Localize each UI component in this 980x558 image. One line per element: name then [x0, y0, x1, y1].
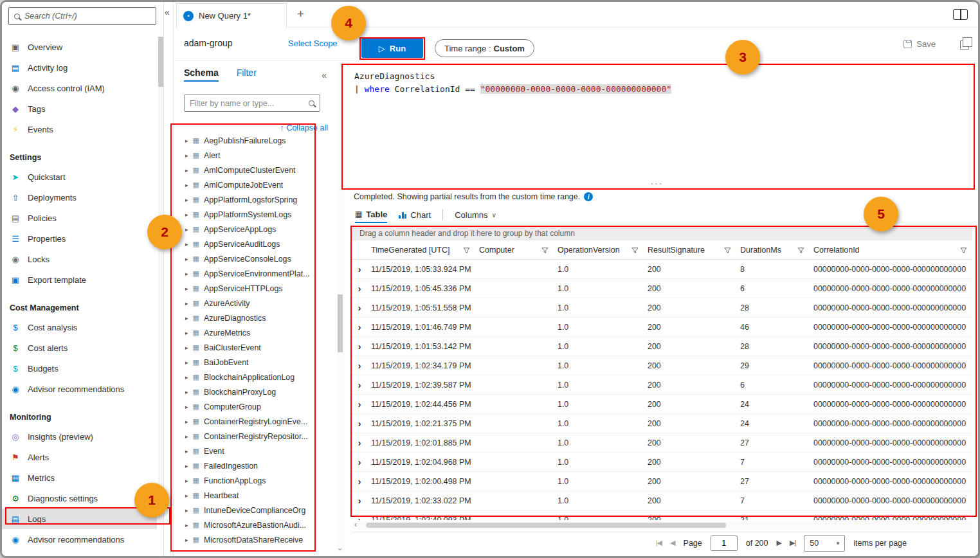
sidebar-item-advisor-recommendations[interactable]: ◉Advisor recommendations — [2, 529, 157, 550]
query-code[interactable]: AzureDiagnostics | where CorrelationId =… — [344, 65, 970, 96]
search-input[interactable] — [24, 12, 150, 21]
filter-funnel-icon[interactable] — [463, 247, 470, 254]
sidebar-item-policies[interactable]: ▤Policies — [2, 208, 157, 228]
table-row[interactable]: ›11/15/2019, 1:01:46.749 PM1.02004600000… — [352, 318, 972, 337]
sidebar-item-alerts[interactable]: ⚑Alerts — [2, 447, 157, 467]
column-header-timegenerated-utc[interactable]: TimeGenerated [UTC] — [367, 240, 475, 260]
column-header-durationms[interactable]: DurationMs — [736, 240, 810, 260]
sidebar-item-cost-alerts[interactable]: $Cost alerts — [2, 338, 157, 358]
page-size-select[interactable]: 50 ▾ — [804, 535, 845, 552]
schema-filter-box[interactable] — [184, 94, 320, 112]
expand-caret-icon[interactable]: ▸ — [185, 359, 188, 366]
row-expand-icon[interactable]: › — [352, 496, 367, 506]
schema-table-microsoftdatasharereceive[interactable]: ▸▦MicrosoftDataShareReceive — [174, 532, 336, 547]
sidebar-item-access-control-iam[interactable]: ◉Access control (IAM) — [2, 78, 157, 98]
sidebar-item-insights-preview[interactable]: ◎Insights (preview) — [2, 426, 157, 447]
expand-caret-icon[interactable]: ▸ — [185, 212, 188, 218]
sidebar-item-overview[interactable]: ▣Overview — [2, 37, 157, 57]
expand-caret-icon[interactable]: ▸ — [185, 374, 188, 381]
column-header-resultsignature[interactable]: ResultSignature — [644, 240, 736, 260]
row-expand-icon[interactable]: › — [352, 303, 367, 313]
last-page-button[interactable]: ▶| — [790, 539, 795, 547]
schema-table-microsoftazurebastionaudi[interactable]: ▸▦MicrosoftAzureBastionAudi... — [174, 518, 336, 532]
table-row[interactable]: ›11/15/2019, 1:05:33.924 PM1.02008000000… — [352, 260, 972, 279]
tab-schema[interactable]: Schema — [184, 68, 219, 82]
expand-caret-icon[interactable]: ▸ — [185, 315, 188, 321]
sidebar-item-events[interactable]: ⚡Events — [2, 119, 157, 140]
editor-resize-handle[interactable]: ··· — [651, 178, 664, 188]
tab-filter[interactable]: Filter — [237, 68, 257, 82]
sidebar-item-metrics[interactable]: ▦Metrics — [2, 467, 157, 488]
expand-caret-icon[interactable]: ▸ — [185, 537, 188, 543]
reading-pane-icon[interactable] — [953, 9, 968, 20]
expand-caret-icon[interactable]: ▸ — [185, 507, 188, 514]
time-range-picker[interactable]: Time range : Custom — [435, 39, 534, 57]
schema-table-heartbeat[interactable]: ▸▦Heartbeat — [174, 488, 336, 503]
schema-table-containerregistrylogineve[interactable]: ▸▦ContainerRegistryLoginEve... — [174, 414, 336, 429]
sidebar-item-logs[interactable]: ▤Logs — [2, 509, 157, 529]
schema-table-appserviceconsolelogs[interactable]: ▸▦AppServiceConsoleLogs — [174, 251, 336, 266]
expand-caret-icon[interactable]: ▸ — [185, 345, 188, 351]
expand-caret-icon[interactable]: ▸ — [185, 448, 188, 455]
row-expand-icon[interactable]: › — [352, 419, 367, 429]
sidebar-item-cost-analysis[interactable]: $Cost analysis — [2, 317, 157, 338]
row-expand-icon[interactable]: › — [352, 341, 367, 352]
row-expand-icon[interactable]: › — [352, 438, 367, 448]
schema-table-alert[interactable]: ▸▦Alert — [174, 148, 336, 163]
column-header-correlationid[interactable]: CorrelationId — [810, 240, 972, 260]
row-expand-icon[interactable]: › — [352, 284, 367, 294]
sidebar-item-tags[interactable]: ◆Tags — [2, 98, 157, 119]
schema-table-computergroup[interactable]: ▸▦ComputerGroup — [174, 399, 336, 414]
expand-caret-icon[interactable]: ▸ — [185, 478, 188, 484]
sidebar-item-export-template[interactable]: ▣Export template — [2, 269, 157, 290]
schema-table-containerregistryrepositor[interactable]: ▸▦ContainerRegistryRepositor... — [174, 429, 336, 444]
expand-caret-icon[interactable]: ▸ — [185, 241, 188, 248]
columns-menu-button[interactable]: Columns ∨ — [455, 206, 496, 223]
select-scope-link[interactable]: Select Scope — [288, 39, 338, 48]
schema-table-azureactivity[interactable]: ▸▦AzureActivity — [174, 296, 336, 310]
schema-table-baijobevent[interactable]: ▸▦BaiJobEvent — [174, 355, 336, 370]
horizontal-scrollbar[interactable]: ‹ — [352, 521, 972, 529]
sidebar-item-activity-log[interactable]: ▤Activity log — [2, 57, 157, 78]
row-expand-icon[interactable]: › — [352, 476, 367, 487]
page-number-input[interactable] — [711, 536, 738, 551]
first-page-button[interactable]: |◀ — [656, 539, 662, 547]
sidebar-item-locks[interactable]: ◉Locks — [2, 249, 157, 269]
expand-caret-icon[interactable]: ▸ — [185, 463, 188, 469]
schema-table-appplatformlogsforspring[interactable]: ▸▦AppPlatformLogsforSpring — [174, 192, 336, 207]
table-row[interactable]: ›11/15/2019, 1:01:53.142 PM1.02002800000… — [352, 337, 972, 356]
row-expand-icon[interactable]: › — [352, 264, 367, 274]
filter-funnel-icon[interactable] — [631, 247, 639, 254]
table-row[interactable]: ›11/15/2019, 1:02:04.968 PM1.02007000000… — [352, 453, 972, 472]
sidebar-item-quickstart[interactable]: ➤Quickstart — [2, 166, 157, 187]
table-row[interactable]: ›11/15/2019, 1:05:45.336 PM1.02006000000… — [352, 279, 972, 298]
expand-caret-icon[interactable]: ▸ — [185, 271, 188, 277]
sidebar-scrollbar[interactable] — [158, 37, 163, 525]
schema-filter-input[interactable] — [190, 99, 305, 108]
expand-caret-icon[interactable]: ▸ — [185, 522, 188, 528]
table-row[interactable]: ›11/15/2019, 1:02:44.456 PM1.02002400000… — [352, 395, 972, 414]
expand-caret-icon[interactable]: ▸ — [185, 389, 188, 395]
schema-table-appplatformsystemlogs[interactable]: ▸▦AppPlatformSystemLogs — [174, 207, 336, 222]
schema-table-appserviceenvironmentplat[interactable]: ▸▦AppServiceEnvironmentPlat... — [174, 266, 336, 281]
filter-funnel-icon[interactable] — [960, 247, 967, 254]
new-tab-button[interactable]: + — [297, 7, 304, 21]
schema-table-functionapplogs[interactable]: ▸▦FunctionAppLogs — [174, 473, 336, 488]
schema-table-event[interactable]: ▸▦Event — [174, 444, 336, 458]
table-row[interactable]: ›11/15/2019, 1:02:01.885 PM1.02002700000… — [352, 433, 972, 453]
expand-caret-icon[interactable]: ▸ — [185, 404, 188, 410]
expand-caret-icon[interactable]: ▸ — [185, 256, 188, 262]
scrollbar-thumb[interactable] — [366, 523, 726, 528]
table-row[interactable]: ›11/15/2019, 1:02:39.587 PM1.02006000000… — [352, 375, 972, 395]
table-row[interactable]: ›11/15/2019, 1:05:51.558 PM1.02002800000… — [352, 298, 972, 318]
schema-table-blockchainproxylog[interactable]: ▸▦BlockchainProxyLog — [174, 384, 336, 399]
sidebar-item-budgets[interactable]: $Budgets — [2, 358, 157, 379]
schema-table-baiclusterevent[interactable]: ▸▦BaiClusterEvent — [174, 340, 336, 355]
sidebar-item-deployments[interactable]: ⇧Deployments — [2, 187, 157, 208]
column-header-operationversion[interactable]: OperationVersion — [554, 240, 644, 260]
scroll-left-icon[interactable]: ‹ — [354, 520, 357, 529]
row-expand-icon[interactable]: › — [352, 457, 367, 467]
save-button[interactable]: Save — [903, 39, 936, 49]
tab-chart[interactable]: Chart — [399, 206, 431, 223]
resource-search[interactable] — [8, 7, 156, 25]
